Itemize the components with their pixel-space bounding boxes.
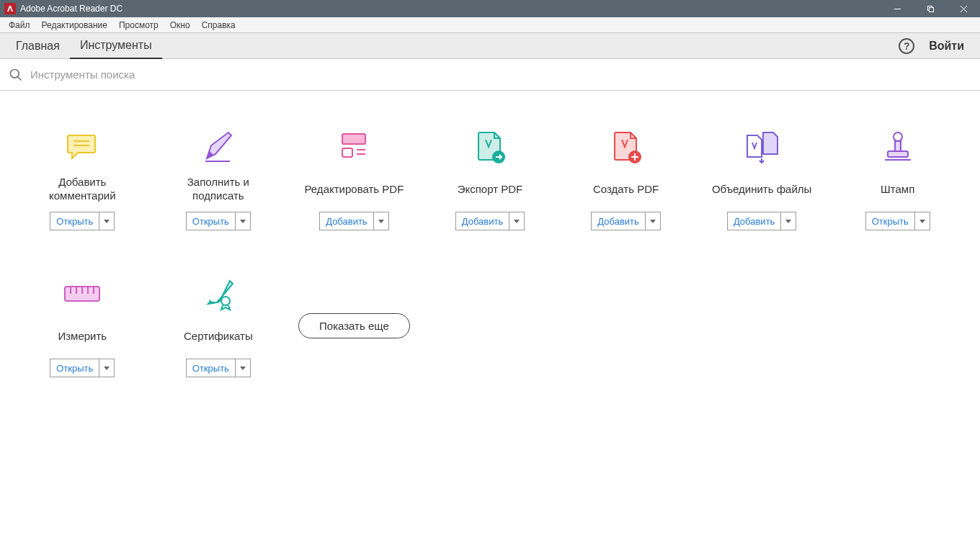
tool-open-button[interactable]: Открыть <box>186 212 251 230</box>
tool-add-comment[interactable]: Добавить комментарий Открыть <box>14 127 151 230</box>
menubar: Файл Редактирование Просмотр Окно Справк… <box>0 17 980 33</box>
svg-point-6 <box>11 69 19 78</box>
stamp-icon <box>878 127 918 167</box>
tool-label: Заполнить и подписать <box>187 176 249 203</box>
searchbar <box>0 59 980 91</box>
tab-home[interactable]: Главная <box>6 33 70 59</box>
tool-add-button[interactable]: Добавить <box>455 212 525 230</box>
tool-measure[interactable]: Измерить Открыть <box>14 274 151 377</box>
tool-stamp[interactable]: Штамп Открыть <box>829 127 966 230</box>
menu-file[interactable]: Файл <box>3 19 36 32</box>
menu-edit[interactable]: Редактирование <box>36 19 113 32</box>
measure-icon <box>62 274 102 314</box>
tool-label: Объединить файлы <box>712 176 811 203</box>
window-title: Adobe Acrobat Reader DC <box>20 4 122 14</box>
tool-open-button[interactable]: Открыть <box>865 212 930 230</box>
tool-edit-pdf[interactable]: Редактировать PDF Добавить <box>286 127 422 230</box>
create-pdf-icon <box>606 127 646 167</box>
help-icon[interactable]: ? <box>899 38 914 54</box>
app-icon <box>4 3 16 14</box>
tool-open-button[interactable]: Открыть <box>50 212 115 230</box>
svg-rect-2 <box>929 7 933 12</box>
signin-button[interactable]: Войти <box>929 40 964 53</box>
svg-point-27 <box>221 297 230 305</box>
tool-certificates[interactable]: Сертификаты Открыть <box>151 274 287 377</box>
menu-view[interactable]: Просмотр <box>113 19 164 32</box>
maximize-button[interactable] <box>914 0 947 17</box>
tool-add-button[interactable]: Добавить <box>591 212 660 230</box>
tool-export-pdf[interactable]: Экспорт PDF Добавить <box>422 127 558 230</box>
svg-line-7 <box>18 76 22 80</box>
tool-create-pdf[interactable]: Создать PDF Добавить <box>558 127 694 230</box>
svg-rect-18 <box>895 141 901 151</box>
comment-icon <box>62 127 102 167</box>
tab-tools[interactable]: Инструменты <box>70 33 162 59</box>
show-more-wrap: Показать еще <box>286 274 422 377</box>
edit-pdf-icon <box>334 127 374 167</box>
tool-label: Добавить комментарий <box>49 176 115 203</box>
tool-label: Редактировать PDF <box>305 176 404 203</box>
tool-label: Штамп <box>881 176 914 203</box>
certificate-icon <box>198 274 239 314</box>
show-more-button[interactable]: Показать еще <box>298 313 410 338</box>
tool-add-button[interactable]: Добавить <box>727 212 796 230</box>
tool-fill-sign[interactable]: Заполнить и подписать Открыть <box>151 127 287 230</box>
tool-label: Сертификаты <box>184 323 253 350</box>
menu-window[interactable]: Окно <box>164 19 196 32</box>
tool-combine-files[interactable]: Объединить файлы Добавить <box>694 127 830 230</box>
svg-rect-12 <box>342 148 352 157</box>
tool-open-button[interactable]: Открыть <box>50 359 115 377</box>
svg-rect-11 <box>342 134 365 144</box>
search-icon <box>9 68 23 82</box>
export-pdf-icon <box>470 127 510 167</box>
menu-help[interactable]: Справка <box>196 19 241 32</box>
svg-point-17 <box>894 132 902 141</box>
fill-sign-icon <box>198 127 239 167</box>
titlebar: Adobe Acrobat Reader DC <box>0 0 980 17</box>
close-button[interactable] <box>947 0 980 17</box>
tool-open-button[interactable]: Открыть <box>186 359 251 377</box>
svg-rect-19 <box>888 151 908 157</box>
combine-icon <box>741 127 782 167</box>
tool-label: Измерить <box>58 323 107 350</box>
tabbar: Главная Инструменты ? Войти <box>0 33 980 59</box>
minimize-button[interactable] <box>881 0 914 17</box>
tool-label: Экспорт PDF <box>458 176 523 203</box>
tool-label: Создать PDF <box>593 176 659 203</box>
search-input[interactable] <box>30 68 971 81</box>
tool-add-button[interactable]: Добавить <box>319 212 388 230</box>
tools-area: Добавить комментарий Открыть Заполнить и… <box>0 91 980 377</box>
